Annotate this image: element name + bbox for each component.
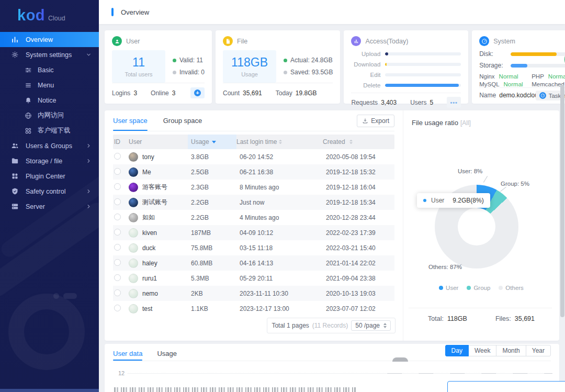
pagination: Total 1 pages (11 Records) 50 /page bbox=[267, 318, 396, 333]
table-row[interactable]: duck 75.8MB 03-15 11:18 2022-03-21 15:40 bbox=[113, 240, 394, 255]
y-axis-tick: 12 bbox=[118, 370, 125, 376]
row-radio[interactable] bbox=[114, 305, 121, 311]
total-users-caption: Total users bbox=[125, 71, 152, 77]
row-radio[interactable] bbox=[114, 229, 121, 236]
tab-user-space[interactable]: User space bbox=[113, 110, 148, 131]
shield-icon bbox=[11, 187, 19, 195]
bar-chart-icon bbox=[11, 36, 19, 43]
row-radio[interactable] bbox=[114, 259, 121, 266]
sidebar-item-overview[interactable]: Overview bbox=[0, 32, 99, 47]
sort-icon bbox=[279, 140, 282, 144]
table-row[interactable]: tony 3.8GB 06-20 14:52 2020-05-08 19:54 bbox=[113, 149, 394, 164]
column-usage-sorted[interactable]: Usage bbox=[188, 135, 236, 149]
callout-line bbox=[483, 176, 488, 182]
gauge-icon bbox=[539, 92, 546, 99]
total-users-box: 11 Total users bbox=[112, 50, 165, 83]
table-row[interactable]: 如如 2.2GB 4 Minutes ago 2020-12-28 23:44 bbox=[113, 210, 394, 225]
sidebar-item-intranet-access[interactable]: 内网访问 bbox=[0, 108, 99, 123]
collapse-handle[interactable] bbox=[392, 357, 408, 362]
gray-dot bbox=[284, 71, 287, 74]
scrollbar-thumb[interactable] bbox=[560, 85, 564, 317]
green-dot bbox=[173, 59, 176, 62]
delete-bar: Delete bbox=[351, 82, 461, 88]
table-row[interactable]: test 1.1KB 2023-12-17 13:00 2023-07-07 1… bbox=[113, 301, 394, 316]
sidebar-item-notice[interactable]: Notice bbox=[0, 93, 99, 108]
tab-group-space[interactable]: Group space bbox=[163, 110, 202, 131]
sidebar-watermark-ring bbox=[8, 294, 85, 370]
apps-icon bbox=[25, 127, 32, 135]
add-user-button[interactable]: + bbox=[190, 87, 205, 98]
tooltip-series-name: User bbox=[431, 197, 444, 204]
legend-item-user[interactable]: User bbox=[439, 285, 458, 291]
column-last-login[interactable]: Last login time bbox=[236, 138, 323, 145]
row-radio[interactable] bbox=[114, 153, 121, 160]
table-row[interactable]: 测试账号 2.2GB Just now 2019-12-18 15:34 bbox=[113, 195, 394, 210]
sidebar-item-storage-file[interactable]: Storage / file bbox=[0, 153, 99, 169]
donut-totals: Total:118GB Files:35,691 bbox=[403, 315, 559, 322]
top-bar: Overview bbox=[99, 0, 565, 24]
row-radio[interactable] bbox=[114, 198, 121, 205]
invalid-users: Invalid: 0 bbox=[173, 69, 205, 76]
sidebar-item-system-settings[interactable]: System settings bbox=[0, 47, 99, 62]
storage-meter: Storage: bbox=[479, 62, 565, 69]
legend-item-group[interactable]: Group bbox=[467, 285, 490, 291]
donut-hole bbox=[458, 208, 495, 245]
table-row[interactable]: Me 2.5GB 06-21 16:38 2019-12-18 15:32 bbox=[113, 164, 394, 180]
per-page-select[interactable]: 50 /page bbox=[351, 320, 391, 331]
column-created[interactable]: Created bbox=[323, 138, 394, 145]
sort-icon bbox=[349, 140, 353, 144]
callout-others: Others: 87% bbox=[428, 264, 462, 270]
range-week-button[interactable]: Week bbox=[468, 345, 496, 356]
sidebar-item-basic[interactable]: Basic bbox=[0, 62, 99, 77]
usage-caption: Usage bbox=[241, 71, 258, 77]
row-radio[interactable] bbox=[114, 244, 121, 251]
table-row[interactable]: ruru1 5.3MB 05-29 20:11 2021-09-04 23:38 bbox=[113, 271, 394, 286]
table-row[interactable]: 游客账号 2.3GB 8 Minutes ago 2019-12-18 16:0… bbox=[113, 180, 394, 195]
table-row[interactable]: nemo 2KB 2023-11-11 10:30 2020-10-13 19:… bbox=[113, 286, 394, 301]
total-files: Files:35,691 bbox=[495, 315, 535, 322]
main-panel: User space Group space Export ID User Us… bbox=[105, 110, 559, 341]
tab-user-data[interactable]: User data bbox=[113, 346, 142, 361]
avatar bbox=[129, 289, 138, 298]
users-value: 5 bbox=[430, 99, 434, 106]
server-icon bbox=[11, 203, 19, 210]
plus-icon: + bbox=[194, 89, 201, 96]
sidebar-item-menu[interactable]: Menu bbox=[0, 77, 99, 93]
tab-usage[interactable]: Usage bbox=[157, 346, 177, 361]
globe-icon bbox=[25, 112, 32, 119]
sidebar-watermark bbox=[53, 293, 59, 299]
card-access: Access(Today) Upload Download Edit Delet… bbox=[344, 30, 468, 104]
sidebar-item-server[interactable]: Server bbox=[0, 199, 99, 214]
saved-usage: Saved: 93.5GB bbox=[284, 69, 333, 76]
table-row[interactable]: haley 60.8MB 04-16 14:13 2021-01-14 22:0… bbox=[113, 255, 394, 271]
range-day-button[interactable]: Day bbox=[445, 345, 469, 356]
range-month-button[interactable]: Month bbox=[496, 345, 526, 356]
sidebar-item-client-download[interactable]: 客户端下载 bbox=[0, 123, 99, 138]
row-radio[interactable] bbox=[114, 289, 121, 296]
logo-brand: kod bbox=[17, 7, 45, 24]
sidebar-item-safety-control[interactable]: Safety control bbox=[0, 184, 99, 199]
usage-value: 118GB bbox=[231, 55, 268, 70]
total-usage: Total:118GB bbox=[428, 315, 467, 322]
logins-value: 3 bbox=[133, 89, 137, 97]
table-row[interactable]: kiven 187MB 04-09 10:12 2022-02-23 17:39 bbox=[113, 225, 394, 240]
row-radio[interactable] bbox=[114, 183, 121, 190]
row-radio[interactable] bbox=[114, 168, 121, 175]
range-year-button[interactable]: Year bbox=[526, 345, 551, 356]
requests-value: 3,403 bbox=[381, 99, 397, 106]
avatar bbox=[129, 228, 138, 238]
sidebar-item-plugin-center[interactable]: Plugin Center bbox=[0, 169, 99, 184]
file-usage-section: File usage ratio[All] User: 8% Group: 5%… bbox=[403, 110, 559, 341]
app-logo: kod Cloud bbox=[0, 0, 99, 30]
sidebar-item-users-groups[interactable]: Users & Groups bbox=[0, 138, 99, 153]
stat-cards-row: User 11 Total users Valid: 11 Invalid: 0… bbox=[105, 30, 559, 104]
legend-item-others[interactable]: Others bbox=[499, 285, 524, 291]
export-button[interactable]: Export bbox=[357, 115, 394, 127]
row-radio[interactable] bbox=[114, 274, 121, 281]
donut-tooltip: User 9.2GB(8%) bbox=[417, 193, 490, 208]
row-radio[interactable] bbox=[114, 214, 121, 220]
user-circle-icon bbox=[112, 36, 122, 46]
gridline-dashes bbox=[387, 373, 552, 374]
more-button[interactable]: ••• bbox=[447, 97, 461, 108]
avatar bbox=[129, 213, 138, 222]
